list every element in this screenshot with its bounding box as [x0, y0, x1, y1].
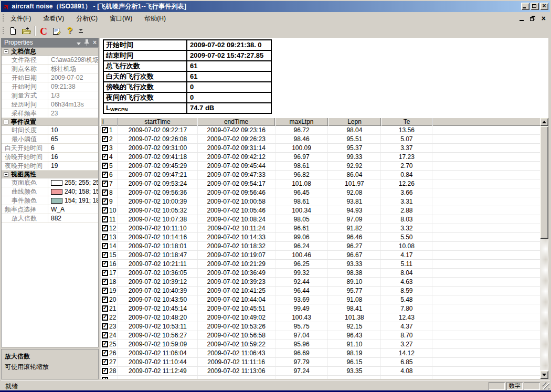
panel-pin-icon[interactable]	[84, 39, 89, 46]
property-row[interactable]: 白天开始时间6	[2, 144, 98, 153]
mdi-close-button[interactable]: ×	[542, 15, 546, 22]
row-checkbox[interactable]: ✓	[102, 243, 108, 249]
close-button[interactable]: ×	[540, 3, 548, 10]
table-row[interactable]: ✓142009-07-02 10:18:012009-07-02 10:18:3…	[101, 242, 541, 251]
toolbar-drag-handle[interactable]	[3, 27, 4, 35]
calibration-button[interactable]: C	[37, 25, 50, 37]
row-checkbox[interactable]: ✓	[102, 359, 108, 365]
property-row[interactable]: 时间长度10	[2, 126, 98, 135]
property-row[interactable]: 开始日期2009-07-02	[2, 73, 98, 82]
row-checkbox[interactable]: ✓	[102, 377, 108, 379]
column-header-maxLtpn[interactable]: maxLtpn	[275, 118, 328, 126]
table-row-partial[interactable]: ✓	[101, 376, 541, 379]
row-checkbox[interactable]: ✓	[102, 252, 108, 258]
table-row[interactable]: ✓132009-07-02 10:14:162009-07-02 10:14:3…	[101, 233, 541, 242]
property-row[interactable]: 测点名称栎社机场	[2, 65, 98, 73]
column-header-filler[interactable]	[432, 118, 541, 126]
row-checkbox[interactable]: ✓	[102, 172, 108, 178]
table-row[interactable]: ✓22009-07-02 09:26:082009-07-02 09:26:23…	[101, 135, 541, 144]
row-checkbox[interactable]: ✓	[102, 234, 108, 240]
scroll-down-button[interactable]	[540, 370, 548, 379]
properties-button[interactable]	[50, 25, 63, 37]
row-checkbox[interactable]: ✓	[102, 127, 108, 133]
resize-grip[interactable]	[543, 383, 549, 389]
property-row[interactable]: 页面底色255; 255; 25	[2, 178, 98, 187]
menu-item-0[interactable]: 文件(F)	[7, 13, 35, 25]
table-row[interactable]: ✓112009-07-02 10:07:382009-07-02 10:08:2…	[101, 215, 541, 224]
property-row[interactable]: 经历时间06h34m13s	[2, 100, 98, 109]
collapse-minus-icon[interactable]	[4, 172, 8, 177]
table-row[interactable]: ✓172009-07-02 10:36:052009-07-02 10:36:4…	[101, 269, 541, 278]
property-section-header[interactable]: 文档信息	[2, 48, 98, 56]
property-value[interactable]: W_A	[48, 205, 98, 214]
table-row[interactable]: ✓92009-07-02 10:00:392009-07-02 10:00:58…	[101, 197, 541, 206]
property-value[interactable]: 16	[48, 153, 98, 161]
mdi-restore-button[interactable]	[530, 16, 535, 21]
row-checkbox[interactable]: ✓	[102, 261, 108, 267]
table-row[interactable]: ✓152009-07-02 10:18:472009-07-02 10:19:0…	[101, 251, 541, 260]
property-row[interactable]: 频率点选择W_A	[2, 205, 98, 214]
property-row[interactable]: 开始时间09:21:38	[2, 82, 98, 91]
table-row[interactable]: ✓282009-07-02 11:12:492009-07-02 11:13:0…	[101, 367, 541, 376]
row-checkbox[interactable]: ✓	[102, 198, 108, 205]
row-checkbox[interactable]: ✓	[102, 279, 108, 285]
row-checkbox[interactable]: ✓	[102, 225, 108, 231]
column-header-i[interactable]: i	[100, 118, 118, 126]
table-row[interactable]: ✓162009-07-02 10:21:112009-07-02 10:21:2…	[101, 260, 541, 269]
column-header-Te[interactable]: Te	[381, 118, 432, 126]
table-row[interactable]: ✓272009-07-02 11:10:442009-07-02 11:11:1…	[101, 358, 541, 367]
panel-menu-dropdown-icon[interactable]	[77, 43, 81, 45]
property-value[interactable]: 19	[48, 162, 98, 170]
property-value[interactable]: 65	[48, 135, 98, 143]
table-row[interactable]: ✓252009-07-02 10:59:092009-07-02 10:59:2…	[101, 340, 541, 349]
scrollbar-thumb[interactable]	[540, 126, 548, 239]
property-section-header[interactable]: 事件设置	[2, 118, 98, 126]
table-row[interactable]: ✓52009-07-02 09:45:292009-07-02 09:45:44…	[101, 162, 541, 171]
column-header-startTime[interactable]: startTime	[118, 118, 197, 126]
menu-item-2[interactable]: 分析(C)	[72, 13, 101, 25]
open-file-button[interactable]	[20, 25, 33, 37]
scroll-up-button[interactable]	[540, 118, 548, 126]
menu-item-3[interactable]: 窗口(W)	[106, 13, 136, 25]
help-button[interactable]: ?	[63, 25, 76, 37]
row-checkbox[interactable]: ✓	[102, 323, 108, 330]
row-checkbox[interactable]: ✓	[102, 189, 108, 196]
property-row[interactable]: 放大倍数882	[2, 214, 98, 223]
property-row[interactable]: 曲线颜色240; 158; 15	[2, 187, 98, 196]
minimize-button[interactable]	[521, 3, 529, 10]
property-value[interactable]: 255; 255; 25	[48, 178, 98, 187]
table-row[interactable]: ✓32009-07-02 09:31:002009-07-02 09:31:14…	[101, 144, 541, 153]
property-row[interactable]: 测量方式1/3	[2, 91, 98, 100]
property-value[interactable]: 10	[48, 126, 98, 134]
row-checkbox[interactable]: ✓	[102, 288, 108, 294]
table-row[interactable]: ✓182009-07-02 10:39:122009-07-02 10:39:2…	[101, 278, 541, 287]
panel-close-icon[interactable]: ×	[93, 39, 97, 46]
property-row[interactable]: 采样频率23	[2, 109, 98, 118]
property-section-header[interactable]: 视图属性	[2, 171, 98, 178]
row-checkbox[interactable]: ✓	[102, 216, 108, 223]
property-value[interactable]: 6	[48, 144, 98, 152]
row-checkbox[interactable]: ✓	[102, 350, 108, 356]
table-row[interactable]: ✓242009-07-02 10:56:272009-07-02 10:56:5…	[101, 331, 541, 340]
menu-drag-handle[interactable]	[3, 14, 4, 23]
row-checkbox[interactable]: ✓	[102, 181, 108, 187]
menu-item-1[interactable]: 查看(V)	[39, 13, 68, 25]
row-checkbox[interactable]: ✓	[102, 145, 108, 151]
table-row[interactable]: ✓222009-07-02 10:48:202009-07-02 10:49:0…	[101, 313, 541, 322]
table-row[interactable]: ✓192009-07-02 10:40:392009-07-02 10:41:2…	[101, 287, 541, 295]
table-row[interactable]: ✓72009-07-02 09:53:242009-07-02 09:54:17…	[101, 179, 541, 188]
table-row[interactable]: ✓42009-07-02 09:41:182009-07-02 09:42:12…	[101, 153, 541, 162]
row-checkbox[interactable]: ✓	[102, 332, 108, 338]
property-value[interactable]: 882	[48, 214, 98, 223]
maximize-button[interactable]	[531, 3, 539, 10]
property-row[interactable]: 夜晚开始时间19	[2, 162, 98, 171]
table-row[interactable]: ✓82009-07-02 09:56:362009-07-02 09:56:46…	[101, 188, 541, 197]
table-row[interactable]: ✓202009-07-02 10:43:502009-07-02 10:44:0…	[101, 295, 541, 304]
row-checkbox[interactable]: ✓	[102, 368, 108, 374]
property-row[interactable]: 傍晚开始时间16	[2, 153, 98, 162]
row-checkbox[interactable]: ✓	[102, 270, 108, 276]
table-row[interactable]: ✓102009-07-02 10:05:322009-07-02 10:05:4…	[101, 206, 541, 215]
property-row[interactable]: 最小阈值65	[2, 135, 98, 144]
properties-panel-header[interactable]: Properties ×	[1, 38, 99, 47]
table-row[interactable]: ✓62009-07-02 09:47:212009-07-02 09:47:33…	[101, 171, 541, 179]
